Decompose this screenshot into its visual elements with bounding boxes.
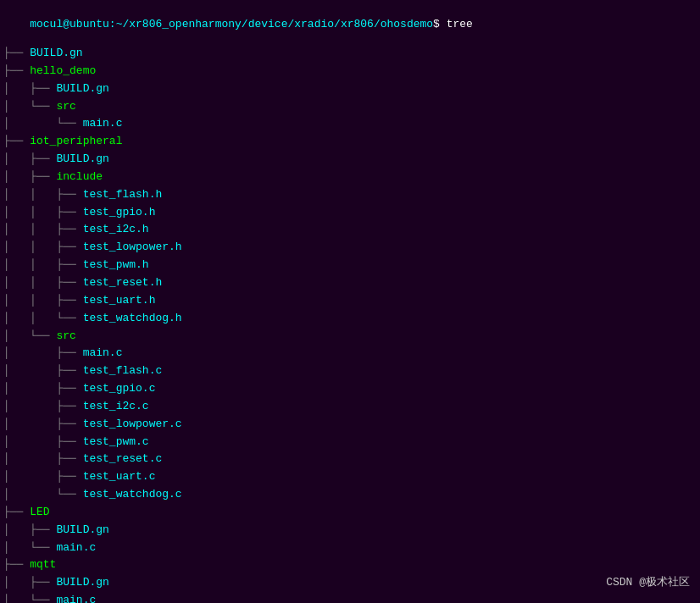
tree-branch-symbol: ├── bbox=[3, 64, 30, 77]
file-name: BUILD.gn bbox=[56, 152, 108, 165]
dir-name: LED bbox=[30, 506, 49, 518]
file-name: test_reset.h bbox=[83, 276, 163, 289]
tree-line: │ ├── main.c bbox=[0, 345, 700, 362]
file-name: test_lowpower.c bbox=[83, 418, 182, 430]
tree-line: │ ├── test_lowpower.c bbox=[0, 416, 700, 434]
tree-line: │ │ ├── test_lowpower.h bbox=[0, 239, 700, 257]
tree-branch-symbol: │ │ ├── bbox=[3, 294, 83, 307]
tree-branch-symbol: │ └── bbox=[3, 329, 56, 342]
prompt-path: mocul@ubuntu:~/xr806_openharmony/device/… bbox=[30, 18, 433, 30]
file-name: test_uart.h bbox=[83, 294, 156, 307]
tree-branch-symbol: │ ├── bbox=[3, 170, 56, 183]
file-name: BUILD.gn bbox=[30, 47, 82, 59]
file-name: main.c bbox=[83, 117, 123, 130]
file-name: test_lowpower.h bbox=[83, 241, 182, 253]
tree-branch-symbol: │ ├── bbox=[3, 400, 83, 412]
tree-line: │ ├── include bbox=[0, 169, 700, 186]
file-name: main.c bbox=[56, 541, 96, 554]
file-name: test_gpio.c bbox=[83, 382, 156, 395]
tree-line: │ │ ├── test_reset.h bbox=[0, 274, 700, 292]
tree-branch-symbol: │ ├── bbox=[3, 435, 83, 448]
tree-branch-symbol: │ │ ├── bbox=[3, 188, 83, 201]
file-name: test_pwm.c bbox=[83, 435, 149, 448]
file-name: test_i2c.h bbox=[83, 223, 149, 235]
tree-line: │ ├── test_reset.c bbox=[0, 451, 700, 468]
file-name: test_uart.c bbox=[83, 470, 156, 483]
dir-name: mqtt bbox=[30, 558, 56, 571]
tree-line: │ ├── BUILD.gn bbox=[0, 80, 700, 98]
dir-name: hello_demo bbox=[30, 64, 96, 77]
tree-line: │ ├── BUILD.gn bbox=[0, 522, 700, 539]
file-name: test_watchdog.c bbox=[83, 488, 182, 501]
tree-output: ├── BUILD.gn├── hello_demo│ ├── BUILD.gn… bbox=[0, 45, 700, 603]
prompt-dollar: $ bbox=[433, 18, 447, 30]
tree-branch-symbol: │ │ ├── bbox=[3, 276, 83, 289]
tree-branch-symbol: │ ├── bbox=[3, 364, 83, 377]
file-name: main.c bbox=[83, 346, 123, 359]
tree-branch-symbol: │ │ ├── bbox=[3, 206, 83, 219]
tree-branch-symbol: │ ├── bbox=[3, 470, 83, 483]
tree-branch-symbol: │ └── bbox=[3, 100, 56, 113]
tree-line: │ │ ├── test_i2c.h bbox=[0, 221, 700, 239]
tree-line: │ └── main.c bbox=[0, 539, 700, 557]
tree-branch-symbol: │ ├── bbox=[3, 346, 83, 359]
tree-line: │ ├── test_flash.c bbox=[0, 362, 700, 380]
tree-branch-symbol: │ │ ├── bbox=[3, 241, 83, 253]
dir-name: src bbox=[56, 329, 75, 342]
dir-name: src bbox=[56, 100, 75, 113]
dir-name: iot_peripheral bbox=[30, 135, 122, 147]
tree-branch-symbol: │ ├── bbox=[3, 418, 83, 430]
tree-line: │ └── src bbox=[0, 98, 700, 116]
tree-line: ├── hello_demo bbox=[0, 63, 700, 80]
tree-branch-symbol: ├── bbox=[3, 47, 30, 59]
file-name: test_flash.h bbox=[83, 188, 163, 201]
prompt-line: mocul@ubuntu:~/xr806_openharmony/device/… bbox=[0, 3, 700, 45]
file-name: test_gpio.h bbox=[83, 206, 156, 219]
tree-line: ├── iot_peripheral bbox=[0, 133, 700, 151]
tree-line: ├── BUILD.gn bbox=[0, 45, 700, 63]
tree-branch-symbol: │ └── bbox=[3, 541, 56, 554]
terminal: mocul@ubuntu:~/xr806_openharmony/device/… bbox=[0, 0, 700, 603]
tree-branch-symbol: │ │ └── bbox=[3, 312, 83, 324]
tree-line: │ │ ├── test_flash.h bbox=[0, 186, 700, 204]
tree-branch-symbol: ├── bbox=[3, 506, 30, 518]
tree-branch-symbol: │ │ ├── bbox=[3, 223, 83, 235]
tree-branch-symbol: │ └── bbox=[3, 488, 83, 501]
tree-branch-symbol: │ ├── bbox=[3, 523, 56, 536]
tree-branch-symbol: │ ├── bbox=[3, 452, 83, 465]
tree-branch-symbol: │ └── bbox=[3, 594, 56, 603]
tree-branch-symbol: ├── bbox=[3, 558, 30, 571]
tree-line: ├── mqtt bbox=[0, 556, 700, 574]
dir-name: include bbox=[56, 170, 103, 183]
tree-line: │ │ ├── test_pwm.h bbox=[0, 257, 700, 274]
tree-branch-symbol: │ └── bbox=[3, 117, 83, 130]
tree-line: │ ├── BUILD.gn bbox=[0, 574, 700, 592]
file-name: test_i2c.c bbox=[83, 400, 149, 412]
file-name: test_watchdog.h bbox=[83, 312, 182, 324]
file-name: BUILD.gn bbox=[56, 523, 108, 536]
file-name: BUILD.gn bbox=[56, 576, 108, 589]
tree-line: │ ├── test_gpio.c bbox=[0, 380, 700, 398]
tree-branch-symbol: │ ├── bbox=[3, 82, 56, 95]
tree-line: │ │ ├── test_uart.h bbox=[0, 292, 700, 310]
tree-branch-symbol: │ ├── bbox=[3, 382, 83, 395]
tree-branch-symbol: ├── bbox=[3, 135, 30, 147]
tree-line: │ ├── test_i2c.c bbox=[0, 398, 700, 416]
file-name: BUILD.gn bbox=[56, 82, 108, 95]
tree-line: │ ├── test_uart.c bbox=[0, 468, 700, 486]
tree-line: │ │ ├── test_gpio.h bbox=[0, 204, 700, 222]
tree-line: │ ├── test_pwm.c bbox=[0, 434, 700, 451]
file-name: test_flash.c bbox=[83, 364, 163, 377]
file-name: test_pwm.h bbox=[83, 258, 149, 271]
tree-branch-symbol: │ ├── bbox=[3, 576, 56, 589]
tree-line: │ └── src bbox=[0, 328, 700, 346]
watermark: CSDN @极术社区 bbox=[606, 574, 690, 589]
tree-line: ├── LED bbox=[0, 504, 700, 522]
tree-line: │ │ └── test_watchdog.h bbox=[0, 310, 700, 328]
tree-line: │ ├── BUILD.gn bbox=[0, 151, 700, 169]
file-name: test_reset.c bbox=[83, 452, 163, 465]
prompt-cmd: tree bbox=[447, 18, 473, 30]
tree-line: │ └── test_watchdog.c bbox=[0, 486, 700, 504]
tree-branch-symbol: │ ├── bbox=[3, 152, 56, 165]
tree-branch-symbol: │ │ ├── bbox=[3, 258, 83, 271]
